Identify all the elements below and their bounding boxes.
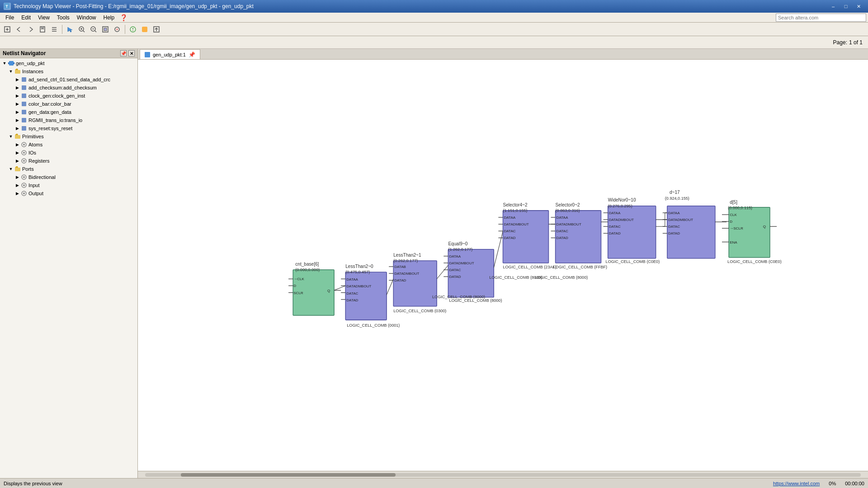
tree-item-add-checksum[interactable]: ▶ add_checksum:add_checksum [0, 84, 137, 92]
cell-cnt-base[interactable]: cnt_base[6] (0.000,0.000) →CLK D SCLR Q [288, 262, 341, 315]
svg-text:DATAD: DATAD [449, 275, 461, 279]
svg-text:Q: Q [763, 225, 766, 229]
svg-rect-17 [104, 28, 107, 31]
maximize-button[interactable]: □ [840, 2, 852, 11]
tree-item-bidirectional[interactable]: ▶ Bidirectional [0, 173, 137, 181]
svg-point-43 [23, 160, 25, 162]
svg-text:DATAD: DATAD [609, 231, 621, 235]
toolbar-properties[interactable] [127, 24, 138, 35]
cell-d5[interactable]: d[5] (0.000,0.115) CLK D →SCLR ENA Q LOG… [722, 200, 782, 264]
tree-item-ports[interactable]: ▼ Ports [0, 165, 137, 173]
toolbar-btn-2[interactable] [14, 24, 24, 35]
cell-equal90[interactable]: Equal9~0 (1.262,0.177) DATAA DATADMBOUT … [443, 241, 502, 303]
svg-text:DATAA: DATAA [346, 277, 358, 282]
toolbar-zoom-fit[interactable] [100, 24, 111, 35]
toolbar-btn-1[interactable] [2, 24, 13, 35]
canvas-area[interactable]: cnt_base[6] (0.000,0.000) →CLK D SCLR Q [138, 60, 868, 471]
search-input[interactable] [776, 14, 866, 22]
toolbar-zoom-out[interactable] [88, 24, 99, 35]
toolbar-zoom-in[interactable] [76, 24, 87, 35]
tree-item-atoms[interactable]: ▶ Atoms [0, 141, 137, 149]
tree-item-gen-udp-pkt[interactable]: ▼ gen_udp_pkt [0, 59, 137, 67]
close-button[interactable]: ✕ [853, 2, 864, 11]
menu-view[interactable]: View [34, 14, 53, 22]
tree-item-instances[interactable]: ▼ Instances [0, 67, 137, 75]
tree-item-input[interactable]: ▶ Input [0, 181, 137, 189]
tree-item-rgmii[interactable]: ▶ RGMII_trans_io:trans_io [0, 116, 137, 124]
svg-text:Selector0~2: Selector0~2 [556, 202, 580, 207]
tree-item-clock-gen[interactable]: ▶ clock_gen:clock_gen_inst [0, 92, 137, 100]
tab-pin[interactable]: 📌 [189, 52, 195, 58]
menu-file[interactable]: File [2, 14, 18, 22]
tree-item-color-bar[interactable]: ▶ color_bar:color_bar [0, 100, 137, 108]
svg-text:DATAA: DATAA [668, 211, 680, 215]
tree-item-primitives[interactable]: ▼ Primitives [0, 132, 137, 141]
svg-text:(0.276,0.295): (0.276,0.295) [608, 204, 632, 208]
sidebar-pin-btn[interactable]: 📌 [120, 50, 127, 56]
toolbar-select-btn[interactable] [65, 24, 75, 35]
svg-text:DATAA: DATAA [449, 254, 461, 258]
tree-label-atoms: Atoms [28, 142, 42, 147]
menu-edit[interactable]: Edit [18, 14, 34, 22]
svg-rect-31 [22, 85, 26, 90]
tree-arrow-sys-reset: ▶ [14, 126, 20, 131]
cell-selector02[interactable]: Selector0~2 (0.863,0.316) DATAA DATADMBO… [551, 202, 607, 269]
h-scroll-thumb[interactable] [181, 473, 396, 477]
window-title: Technology Map Viewer - Post-Fitting - E… [14, 3, 827, 9]
svg-text:DATAA: DATAA [557, 216, 568, 220]
svg-rect-27 [8, 62, 9, 64]
svg-text:DATAC: DATAC [449, 268, 461, 272]
svg-text:DATAD: DATAD [346, 298, 358, 302]
sidebar-header: Netlist Navigator 📌 ✕ [0, 49, 137, 58]
svg-text:DATADMBOUT: DATADMBOUT [346, 284, 371, 288]
toolbar-btn-4[interactable] [37, 24, 48, 35]
status-right: https://www.intel.com 0% 00:00:00 [773, 481, 864, 486]
io-icon [21, 150, 27, 156]
tree-container[interactable]: ▼ gen_udp_pkt ▼ Instances ▶ ad_send_ctrl… [0, 58, 137, 478]
sidebar-close-btn[interactable]: ✕ [128, 50, 135, 56]
toolbar-btn-3[interactable] [25, 24, 36, 35]
tree-item-sys-reset[interactable]: ▶ sys_reset:sys_reset [0, 124, 137, 132]
tree-label-registers: Registers [28, 158, 49, 164]
minimize-button[interactable]: – [827, 2, 839, 11]
page-value: 1 of 1 [849, 39, 863, 46]
toolbar [0, 23, 868, 36]
menu-help[interactable]: Help [100, 14, 118, 22]
tree-item-gen-data[interactable]: ▶ gen_data:gen_data [0, 108, 137, 116]
svg-text:LOGIC_CELL_COMB (8000): LOGIC_CELL_COMB (8000) [535, 275, 588, 280]
tree-item-output[interactable]: ▶ Output [0, 189, 137, 197]
svg-text:D: D [293, 284, 296, 288]
svg-text:(0.924,0.155): (0.924,0.155) [665, 196, 689, 201]
toolbar-pan[interactable] [112, 24, 123, 35]
svg-text:SCLR: SCLR [293, 291, 303, 295]
toolbar-highlight[interactable] [139, 24, 150, 35]
svg-rect-30 [22, 77, 26, 82]
toolbar-export[interactable] [151, 24, 162, 35]
folder-icon [14, 68, 21, 75]
svg-text:DATADMBOUT: DATADMBOUT [557, 222, 581, 226]
toolbar-btn-5[interactable] [49, 24, 60, 35]
tree-label-rgmii: RGMII_trans_io:trans_io [28, 117, 82, 123]
svg-text:DATAC: DATAC [557, 229, 568, 233]
h-scroll-track[interactable] [145, 473, 861, 477]
svg-rect-29 [15, 70, 20, 74]
h-scrollbar[interactable] [138, 471, 868, 478]
tree-item-ios[interactable]: ▶ IOs [0, 149, 137, 157]
cell-lessthan21[interactable]: LessThan2~1 (0.262,0.177) DATAB DATADMBO… [389, 253, 446, 313]
menu-window[interactable]: Window [73, 14, 100, 22]
menubar: File Edit View Tools Window Help ❓ [0, 13, 868, 23]
svg-text:DATADMBOUT: DATADMBOUT [394, 272, 419, 276]
tree-item-registers[interactable]: ▶ Registers [0, 157, 137, 165]
cell-d17[interactable]: d~17 (0.924,0.155) DATAA DATADMBOUT DATA… [663, 190, 726, 258]
tree-label-output: Output [28, 191, 43, 196]
cell-selector42[interactable]: Selector4~2 (1.151,0.155) DATAA DATADMBO… [498, 202, 557, 269]
svg-text:(0.475,0.457): (0.475,0.457) [345, 270, 370, 274]
cell-widenor010[interactable]: WideNor0~10 (0.276,0.295) DATAA DATADMBO… [604, 197, 660, 264]
menu-tools[interactable]: Tools [53, 14, 73, 22]
tab-gen-udp-pkt-1[interactable]: gen_udp_pkt:1 📌 [140, 49, 200, 59]
tree-item-ad-send[interactable]: ▶ ad_send_ctrl_01:send_data_add_crc [0, 75, 137, 84]
tree-arrow-gen-data: ▶ [14, 109, 20, 115]
svg-text:DATADMBOUT: DATADMBOUT [609, 218, 634, 222]
tree-arrow-primitives: ▼ [8, 134, 14, 139]
module-icon-7 [21, 125, 27, 131]
